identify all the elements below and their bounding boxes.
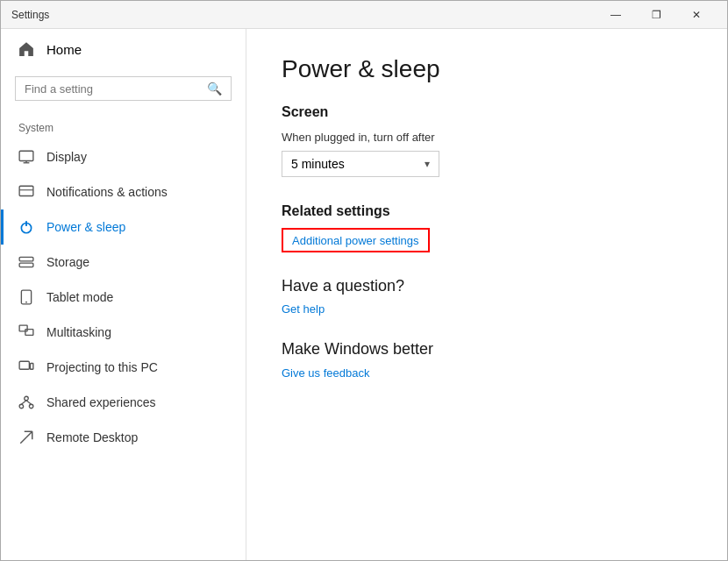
search-input[interactable] (25, 82, 200, 96)
search-box[interactable]: 🔍 (15, 76, 232, 101)
get-help-link[interactable]: Get help (282, 302, 692, 316)
svg-rect-12 (25, 330, 33, 336)
svg-line-22 (26, 431, 32, 437)
sidebar-item-power[interactable]: Power & sleep (1, 209, 246, 245)
main-layout: Home 🔍 System Display (1, 29, 727, 560)
sidebar-item-label: Notifications & actions (46, 185, 168, 199)
additional-power-link[interactable]: Additional power settings (292, 234, 419, 247)
notifications-icon (18, 184, 34, 200)
projecting-icon (18, 359, 34, 375)
remote-icon (18, 430, 34, 445)
svg-point-17 (19, 404, 24, 408)
sidebar-item-label: Display (46, 150, 87, 164)
screen-section-title: Screen (282, 104, 692, 120)
sidebar-section-label: System (1, 115, 246, 139)
sidebar-item-display[interactable]: Display (1, 139, 246, 174)
svg-point-16 (25, 396, 29, 401)
home-label: Home (46, 42, 82, 57)
storage-icon (18, 254, 34, 270)
sidebar-item-label: Tablet mode (46, 290, 113, 304)
multitasking-icon (18, 324, 34, 340)
shared-icon (18, 394, 34, 410)
sidebar-item-projecting[interactable]: Projecting to this PC (1, 350, 246, 385)
sidebar-home[interactable]: Home (1, 29, 246, 69)
svg-rect-0 (19, 151, 33, 160)
home-icon (18, 41, 34, 57)
search-icon: 🔍 (207, 82, 222, 96)
chevron-down-icon: ▾ (425, 158, 430, 170)
window-title: Settings (11, 9, 596, 21)
titlebar: Settings — ❐ ✕ (1, 1, 727, 29)
question-title: Have a question? (282, 277, 692, 295)
minimize-button[interactable]: — (596, 1, 636, 29)
sidebar-item-label: Remote Desktop (46, 430, 138, 444)
titlebar-controls: — ❐ ✕ (596, 1, 717, 29)
svg-line-20 (26, 401, 32, 405)
main-content: Power & sleep Screen When plugged in, tu… (246, 29, 727, 560)
sidebar-item-notifications[interactable]: Notifications & actions (1, 174, 246, 209)
svg-rect-11 (19, 325, 27, 331)
svg-point-10 (25, 302, 27, 303)
sidebar-item-label: Multitasking (46, 325, 111, 339)
sidebar-item-shared[interactable]: Shared experiences (1, 385, 246, 420)
svg-point-18 (29, 404, 33, 408)
svg-rect-8 (19, 263, 33, 267)
tablet-icon (18, 289, 34, 305)
sidebar-item-label: Projecting to this PC (46, 360, 158, 374)
close-button[interactable]: ✕ (676, 1, 717, 29)
page-title: Power & sleep (282, 55, 692, 83)
sidebar-item-label: Storage (46, 255, 89, 269)
sidebar-item-tablet[interactable]: Tablet mode (1, 280, 246, 315)
feedback-link[interactable]: Give us feedback (282, 366, 369, 380)
svg-rect-14 (31, 364, 33, 370)
sidebar: Home 🔍 System Display (1, 29, 246, 560)
screen-label: When plugged in, turn off after (282, 131, 692, 144)
sidebar-item-storage[interactable]: Storage (1, 245, 246, 280)
svg-rect-13 (19, 361, 29, 369)
svg-rect-7 (19, 257, 33, 261)
additional-power-box: Additional power settings (282, 228, 430, 252)
screen-dropdown[interactable]: 5 minutes ▾ (282, 151, 439, 177)
display-icon (18, 149, 34, 165)
svg-rect-3 (19, 186, 33, 195)
power-icon (18, 219, 34, 235)
settings-window: Settings — ❐ ✕ Home 🔍 System (0, 0, 728, 561)
related-settings-title: Related settings (282, 203, 692, 219)
sidebar-item-label: Shared experiences (46, 395, 156, 409)
sidebar-item-remote[interactable]: Remote Desktop (1, 420, 246, 455)
make-better-title: Make Windows better (282, 340, 692, 359)
sidebar-item-label: Power & sleep (46, 220, 125, 234)
screen-dropdown-value: 5 minutes (291, 157, 345, 171)
svg-line-21 (20, 437, 26, 444)
svg-line-19 (21, 401, 26, 405)
maximize-button[interactable]: ❐ (636, 1, 676, 29)
sidebar-item-multitasking[interactable]: Multitasking (1, 315, 246, 350)
